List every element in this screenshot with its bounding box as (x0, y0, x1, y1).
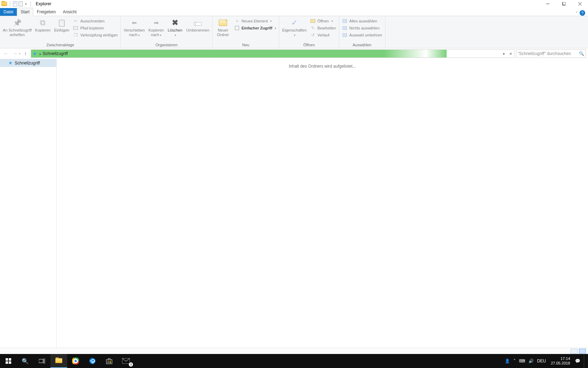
close-button[interactable] (572, 0, 588, 8)
delete-button[interactable]: Löschen▾ (166, 17, 184, 38)
new-item-button[interactable]: Neues Element▾ (233, 18, 278, 24)
label: Verlauf (317, 33, 329, 37)
svg-rect-22 (107, 362, 109, 363)
select-all-button[interactable]: Alles auswählen (341, 18, 384, 24)
app-icon[interactable] (1, 2, 7, 6)
new-folder-button[interactable]: Neuer Ordner (214, 17, 232, 37)
easy-access-icon (234, 25, 240, 31)
tree-quickaccess[interactable]: ★ Schnellzugriff (0, 59, 56, 67)
taskbar-chrome[interactable] (67, 354, 84, 368)
group-new: Neuer Ordner Neues Element▾ Einfacher Zu… (212, 16, 279, 48)
copy-path-button[interactable]: Pfad kopieren (71, 25, 119, 31)
taskbar-explorer[interactable] (50, 354, 67, 368)
easy-access-button[interactable]: Einfacher Zugriff▾ (233, 25, 278, 31)
status-bar (0, 348, 588, 354)
task-view-button[interactable] (34, 354, 50, 368)
qat-customize-dropdown[interactable]: ▾ (24, 1, 28, 6)
taskbar-search-button[interactable]: 🔍 (17, 354, 34, 368)
invert-selection-button[interactable]: Auswahl umkehren (341, 32, 384, 38)
svg-rect-21 (110, 361, 111, 362)
tab-view[interactable]: Ansicht (59, 8, 80, 16)
taskbar: 🔍 3 👤 ˄ ⌨ 🔊 DEU 17:14 27.05.2018 💬 (0, 354, 588, 368)
minimize-button[interactable] (540, 0, 556, 8)
svg-rect-10 (44, 359, 45, 360)
new-item-icon (234, 18, 240, 24)
recent-locations-dropdown[interactable]: ▾ (19, 52, 20, 55)
up-button[interactable]: ↑ (22, 50, 29, 57)
show-desktop-button[interactable] (584, 354, 586, 368)
group-label: Zwischenablage (0, 43, 120, 48)
search-icon[interactable]: 🔍 (579, 51, 584, 56)
taskbar-store[interactable] (101, 354, 118, 368)
tab-start[interactable]: Start (17, 8, 33, 16)
qat-properties-icon[interactable] (13, 1, 17, 6)
paste-shortcut-button[interactable]: Verknüpfung einfügen (71, 32, 119, 38)
navigation-pane[interactable]: ★ Schnellzugriff (0, 59, 57, 348)
address-history-dropdown[interactable]: ▾ (500, 50, 507, 57)
taskbar-edge[interactable] (84, 354, 101, 368)
folder-icon (55, 356, 63, 365)
tray-overflow-button[interactable]: ˄ (513, 359, 516, 363)
label: Kopieren (35, 28, 50, 33)
properties-button[interactable]: Eigenschaften▾ (281, 17, 308, 38)
window-title: Explorer (36, 1, 51, 6)
content-pane[interactable]: Inhalt des Ordners wird aufgelistet... (57, 59, 588, 348)
group-organize: Verschieben nach▾ Kopieren nach▾ Löschen… (121, 16, 212, 48)
taskbar-mail[interactable]: 3 (118, 354, 134, 368)
help-button[interactable]: ? (580, 10, 585, 16)
input-indicator-icon[interactable]: ⌨ (519, 359, 525, 363)
volume-icon[interactable]: 🔊 (528, 359, 534, 363)
copy-button[interactable]: Kopieren (34, 17, 52, 33)
start-button[interactable] (0, 354, 17, 368)
paste-button[interactable]: Einfügen (52, 17, 71, 33)
breadcrumb-location[interactable]: Schnellzugriff (43, 51, 68, 56)
copy-to-button[interactable]: Kopieren nach▾ (147, 17, 165, 38)
svg-rect-8 (9, 361, 11, 364)
label: Löschen▾ (168, 28, 182, 38)
pin-quickaccess-button[interactable]: An Schnellzugriff anheften (1, 17, 33, 37)
label: Bearbeiten (317, 26, 336, 30)
qat-newfolder-icon[interactable] (19, 1, 23, 6)
clock[interactable]: 17:14 27.05.2018 (551, 356, 570, 366)
maximize-button[interactable] (556, 0, 572, 8)
action-center-icon[interactable]: 💬 (575, 359, 580, 363)
tab-file[interactable]: Datei (0, 8, 17, 16)
back-button[interactable]: ← (2, 50, 10, 57)
tab-share[interactable]: Freigeben (33, 8, 59, 16)
breadcrumb-separator[interactable]: ▸ (38, 52, 43, 56)
label: Verschieben nach▾ (124, 28, 145, 38)
collapse-ribbon-button[interactable]: ˄ (576, 11, 578, 15)
quick-access-toolbar: ▾ (0, 1, 34, 6)
loading-text: Inhalt des Ordners wird aufgelistet... (289, 64, 356, 69)
ribbon-tabs: Datei Start Freigeben Ansicht ˄ ? (0, 8, 588, 16)
search-box[interactable]: "Schnellzugriff" durchsuchen 🔍 (516, 49, 586, 58)
language-indicator[interactable]: DEU (537, 359, 546, 363)
svg-rect-19 (106, 360, 112, 364)
select-none-button[interactable]: Nichts auswählen (341, 25, 384, 31)
open-button[interactable]: Öffnen▾ (309, 18, 337, 24)
divider (30, 1, 31, 6)
cut-button[interactable]: Ausschneiden (71, 18, 119, 24)
search-placeholder: "Schnellzugriff" durchsuchen (518, 51, 571, 56)
label: Kopieren nach▾ (148, 28, 164, 38)
rename-button[interactable]: Umbenennen (185, 17, 211, 33)
group-clipboard: An Schnellzugriff anheften Kopieren Einf… (0, 16, 121, 48)
group-open: Eigenschaften▾ Öffnen▾ Bearbeiten Verlau… (279, 16, 339, 48)
label: Neues Element (241, 19, 268, 23)
star-icon: ★ (8, 60, 13, 66)
view-icons-button[interactable] (579, 349, 586, 354)
edit-button[interactable]: Bearbeiten (309, 25, 337, 31)
svg-rect-20 (107, 361, 109, 362)
move-to-button[interactable]: Verschieben nach▾ (122, 17, 146, 38)
edit-icon (310, 25, 316, 31)
label: Einfacher Zugriff (241, 26, 272, 30)
stop-refresh-button[interactable]: ✕ (507, 50, 514, 57)
forward-button[interactable]: → (11, 50, 19, 57)
people-icon[interactable]: 👤 (505, 359, 510, 363)
address-bar[interactable]: ★ ▸ Schnellzugriff ▾ ✕ (31, 49, 514, 58)
label: Auswahl umkehren (349, 33, 382, 37)
system-tray: 👤 ˄ ⌨ 🔊 DEU 17:14 27.05.2018 💬 (505, 354, 588, 368)
history-button[interactable]: Verlauf (309, 32, 337, 38)
view-details-button[interactable] (570, 349, 578, 354)
svg-rect-6 (9, 358, 11, 361)
